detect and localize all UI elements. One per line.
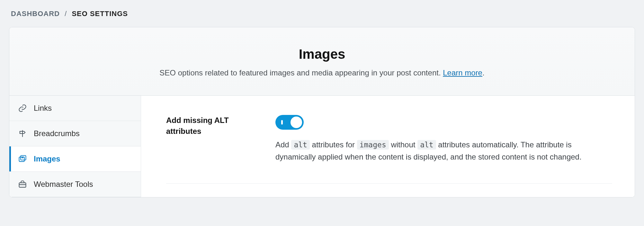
breadcrumb-separator: / (65, 10, 67, 18)
toggle-knob (291, 117, 302, 128)
link-icon (18, 103, 27, 113)
sidebar-item-images[interactable]: Images (9, 146, 141, 172)
images-icon (18, 154, 27, 164)
sidebar-item-label: Breadcrumbs (34, 129, 80, 138)
sidebar-item-webmaster-tools[interactable]: Webmaster Tools (9, 172, 141, 197)
page-title: Images (22, 47, 622, 62)
svg-rect-3 (19, 183, 26, 187)
svg-point-2 (22, 157, 23, 158)
breadcrumb-root[interactable]: DASHBOARD (11, 10, 60, 18)
code-images: images (357, 140, 389, 150)
desc-text: attributes for (310, 140, 357, 149)
page-subtitle: SEO options related to featured images a… (22, 68, 622, 77)
sidebar-item-label: Images (34, 154, 60, 163)
settings-panel: Images SEO options related to featured i… (9, 27, 635, 197)
desc-text: Add (275, 140, 291, 149)
sidebar-item-links[interactable]: Links (9, 96, 141, 121)
sidebar-item-label: Webmaster Tools (34, 180, 93, 189)
setting-row-alt-attributes: Add missing ALT attributes Add alt attri… (166, 115, 612, 184)
learn-more-link[interactable]: Learn more (443, 68, 482, 77)
setting-label: Add missing ALT attributes (166, 115, 263, 136)
code-alt2: alt (417, 140, 436, 150)
breadcrumb-current: SEO SETTINGS (72, 10, 128, 18)
setting-description: Add alt attributes for images without al… (275, 139, 603, 163)
panel-body: Links Breadcrumbs Images Webmaster Tools (9, 96, 635, 197)
signpost-icon (18, 129, 27, 138)
settings-content: Add missing ALT attributes Add alt attri… (141, 96, 635, 197)
subtitle-text: SEO options related to featured images a… (159, 68, 443, 77)
subtitle-period: . (482, 68, 485, 77)
sidebar-item-label: Links (34, 104, 52, 113)
sidebar-item-breadcrumbs[interactable]: Breadcrumbs (9, 121, 141, 146)
breadcrumb: DASHBOARD / SEO SETTINGS (0, 0, 644, 27)
desc-text: without (389, 140, 417, 149)
setting-body: Add alt attributes for images without al… (275, 115, 612, 163)
panel-header: Images SEO options related to featured i… (9, 27, 635, 96)
code-alt: alt (291, 140, 310, 150)
settings-sidebar: Links Breadcrumbs Images Webmaster Tools (9, 96, 141, 197)
briefcase-icon (18, 179, 27, 189)
toggle-alt-attributes[interactable] (275, 115, 304, 130)
